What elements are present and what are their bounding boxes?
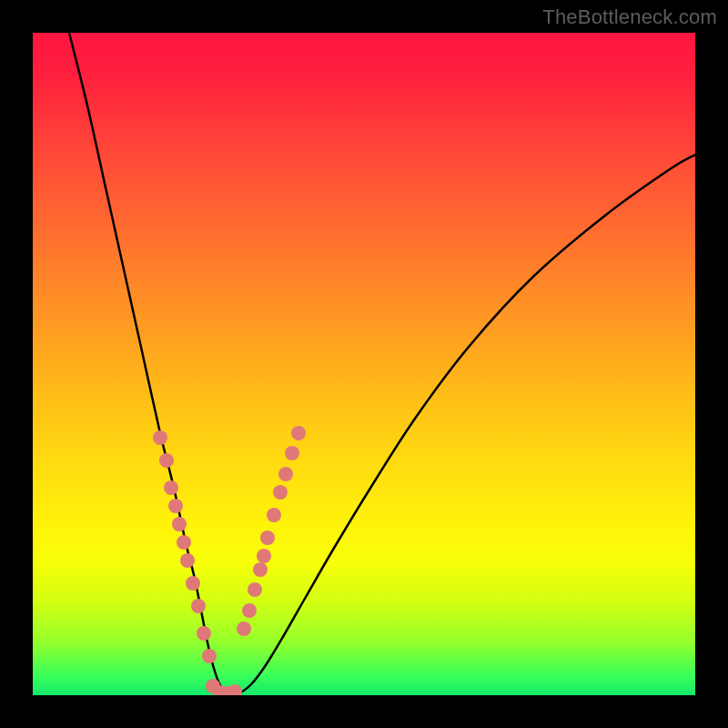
curve-svg — [33, 33, 695, 695]
data-marker — [186, 576, 200, 591]
data-marker — [257, 549, 271, 563]
data-marker — [267, 508, 281, 522]
data-marker — [228, 684, 242, 695]
data-marker — [180, 553, 195, 568]
data-marker — [242, 603, 257, 618]
data-marker — [273, 485, 288, 500]
data-marker — [248, 582, 262, 597]
data-marker — [153, 430, 167, 445]
data-marker — [172, 517, 187, 531]
bottleneck-curve — [69, 33, 695, 694]
data-marker — [202, 649, 217, 663]
data-marker — [191, 599, 206, 613]
data-marker — [237, 622, 251, 636]
data-marker — [164, 480, 178, 495]
plot-area — [33, 33, 695, 695]
data-marker — [291, 426, 306, 440]
chart-frame: TheBottleneck.com — [0, 0, 728, 728]
data-marker — [159, 453, 174, 468]
data-marker — [168, 499, 183, 513]
marker-group — [153, 426, 306, 695]
data-marker — [278, 467, 293, 481]
data-marker — [253, 562, 268, 577]
watermark-text: TheBottleneck.com — [542, 5, 717, 29]
data-marker — [177, 535, 191, 550]
data-marker — [260, 531, 275, 545]
data-marker — [197, 626, 211, 641]
data-marker — [285, 446, 299, 460]
